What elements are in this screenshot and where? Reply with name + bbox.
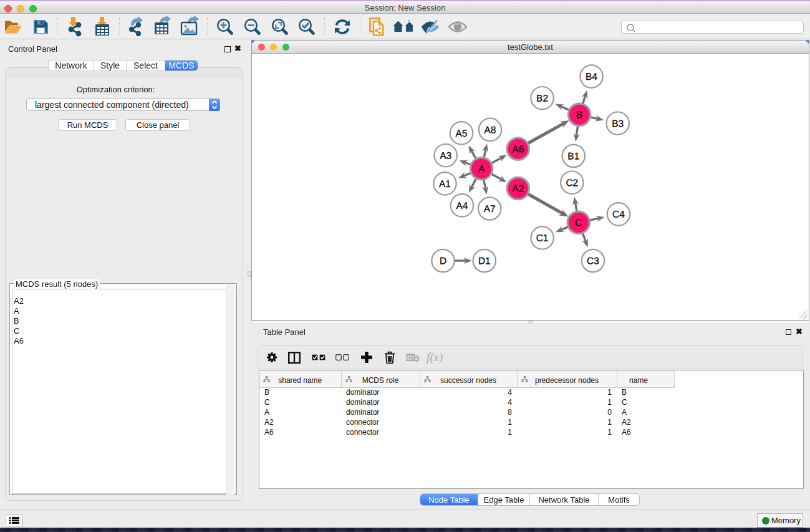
svg-text:B2: B2 bbox=[536, 93, 548, 104]
svg-text:D1: D1 bbox=[478, 255, 491, 266]
svg-text:C2: C2 bbox=[566, 177, 578, 188]
svg-text:C: C bbox=[575, 217, 582, 228]
svg-text:A1: A1 bbox=[439, 178, 451, 189]
svg-text:A: A bbox=[478, 163, 485, 174]
svg-text:A6: A6 bbox=[512, 143, 524, 154]
svg-text:C1: C1 bbox=[536, 233, 549, 243]
svg-text:B: B bbox=[576, 109, 582, 120]
svg-text:B1: B1 bbox=[567, 150, 579, 161]
svg-text:A2: A2 bbox=[512, 183, 524, 193]
svg-text:A7: A7 bbox=[484, 203, 496, 214]
svg-text:C4: C4 bbox=[612, 209, 625, 220]
svg-text:C3: C3 bbox=[587, 255, 599, 266]
svg-text:A5: A5 bbox=[456, 128, 468, 138]
svg-text:B4: B4 bbox=[586, 71, 597, 82]
svg-text:A4: A4 bbox=[456, 200, 468, 211]
svg-text:D: D bbox=[440, 255, 446, 266]
svg-text:A8: A8 bbox=[485, 124, 496, 135]
svg-text:B3: B3 bbox=[612, 118, 624, 128]
svg-text:A3: A3 bbox=[440, 150, 451, 161]
